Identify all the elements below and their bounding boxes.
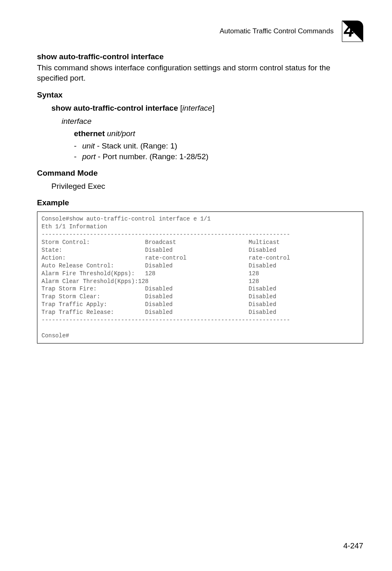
interface-param-label: interface [62,117,363,126]
unit-bullet: - unit - Stack unit. (Range: 1) [74,142,363,151]
dash-icon: - [74,142,82,151]
dash-icon: - [74,152,82,161]
command-mode-value: Privileged Exec [51,182,363,191]
page-number: 4-247 [343,541,363,550]
chapter-number: 4 [344,21,354,41]
section-description: This command shows interface configurati… [37,63,363,83]
port-desc: - Port number. (Range: 1-28/52) [96,152,209,161]
example-code-block: Console#show auto-traffic-control interf… [37,211,363,343]
ethernet-line: ethernet unit/port [74,129,363,138]
page-header: Automatic Traffic Control Commands 4 [37,21,363,42]
page-container: Automatic Traffic Control Commands 4 sho… [0,0,392,571]
ethernet-bold: ethernet [74,129,105,138]
syntax-command-bold: show auto-traffic-control interface [51,104,178,112]
syntax-heading: Syntax [37,91,363,100]
example-heading: Example [37,198,363,207]
unit-desc: - Stack unit. (Range: 1) [95,142,178,150]
syntax-bracket-close: ] [212,104,214,112]
section-title: show auto-traffic-control interface [37,52,363,61]
syntax-command: show auto-traffic-control interface [int… [51,104,363,113]
unit-label: unit [82,142,95,150]
running-head-text: Automatic Traffic Control Commands [220,27,334,35]
port-label: port [82,152,96,161]
chapter-box-icon: 4 [342,21,363,42]
syntax-command-arg: interface [182,104,212,112]
command-mode-heading: Command Mode [37,169,363,178]
port-bullet: - port - Port number. (Range: 1-28/52) [74,152,363,161]
ethernet-args: unit/port [107,129,135,138]
